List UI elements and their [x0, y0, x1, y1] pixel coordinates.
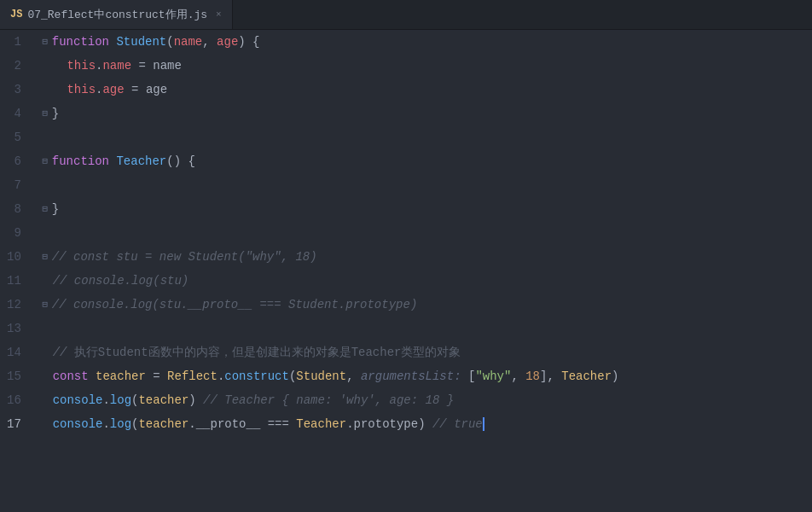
line-number-1: 1 — [0, 30, 35, 54]
token-comment: // Teacher { name: 'why', age: 18 } — [203, 388, 454, 412]
token-punc: ( — [289, 364, 296, 388]
token-punc: [ — [468, 364, 475, 388]
line-number-8: 8 — [0, 197, 35, 221]
line-number-9: 9 — [0, 221, 35, 245]
token-comment: // true — [432, 412, 483, 436]
token-hint: argumentsList: — [361, 364, 468, 388]
token-punc: } — [52, 197, 59, 221]
line-numbers: 1234567891011121314151617 — [0, 30, 35, 512]
code-line-13 — [38, 317, 812, 340]
tab-bar: JS 07_Reflect中construct作用.js × — [0, 0, 812, 30]
code-line-11: // console.log(stu) — [38, 269, 812, 293]
token-punc: . — [102, 412, 109, 436]
code-line-5 — [38, 125, 812, 149]
token-punc — [38, 54, 67, 78]
token-param: name — [174, 30, 203, 54]
line-number-2: 2 — [0, 54, 35, 78]
token-fn: Student — [116, 30, 166, 54]
line-number-13: 13 — [0, 317, 35, 340]
token-comment: // const stu = new Student("why", 18) — [52, 245, 317, 269]
code-content[interactable]: ⊟function Student(name, age) { this.name… — [35, 30, 812, 512]
token-punc: } — [52, 102, 59, 125]
token-var-name: teacher — [138, 412, 188, 436]
token-punc: . — [102, 388, 109, 412]
token-comment: // console.log(stu.__proto__ === Student… — [52, 293, 417, 317]
line-number-10: 10 — [0, 245, 35, 269]
token-fold: ⊟ — [38, 293, 52, 317]
token-method: log — [110, 388, 131, 412]
token-punc: age — [146, 78, 167, 102]
js-file-icon: JS — [10, 9, 22, 20]
code-line-14: // 执行Student函数中的内容，但是创建出来的对象是Teacher类型的对… — [38, 340, 812, 364]
token-reflect: Reflect — [167, 364, 218, 388]
token-punc — [109, 149, 116, 173]
line-number-14: 14 — [0, 340, 35, 364]
token-punc — [38, 340, 53, 364]
line-number-12: 12 — [0, 293, 35, 317]
token-prop: age — [102, 78, 124, 102]
token-fold: ⊟ — [38, 102, 52, 125]
token-class-name: Teacher — [296, 412, 346, 436]
token-class-name: Teacher — [561, 364, 612, 388]
line-number-16: 16 — [0, 388, 35, 412]
code-line-3: this.age = age — [38, 78, 812, 102]
code-editor: 1234567891011121314151617 ⊟function Stud… — [0, 30, 812, 512]
token-comment: // console.log(stu) — [53, 269, 189, 293]
token-punc: , — [511, 364, 525, 388]
token-punc — [89, 364, 96, 388]
token-method: construct — [224, 364, 289, 388]
token-comment: // — [53, 340, 67, 364]
token-punc: ) { — [238, 30, 259, 54]
code-line-12: ⊟// console.log(stu.__proto__ === Studen… — [38, 293, 812, 317]
line-number-15: 15 — [0, 364, 35, 388]
tab-label: 07_Reflect中construct作用.js — [27, 7, 207, 22]
code-line-1: ⊟function Student(name, age) { — [38, 30, 812, 54]
token-str: "why" — [475, 364, 511, 388]
active-tab[interactable]: JS 07_Reflect中construct作用.js × — [0, 0, 233, 29]
token-punc: , — [202, 30, 217, 54]
code-line-2: this.name = name — [38, 54, 812, 78]
token-prop: name — [102, 54, 131, 78]
token-punc: ( — [131, 412, 138, 436]
token-punc: . — [96, 54, 102, 78]
line-number-4: 4 — [0, 102, 35, 125]
token-punc — [38, 388, 53, 412]
token-punc: ( — [166, 30, 173, 54]
code-line-16: console.log(teacher) // Teacher { name: … — [38, 388, 812, 412]
token-punc — [38, 269, 53, 293]
token-punc: . — [96, 78, 102, 102]
token-punc: . — [218, 364, 224, 388]
line-number-6: 6 — [0, 149, 35, 173]
token-var-name: teacher — [96, 364, 146, 388]
line-number-7: 7 — [0, 173, 35, 197]
token-punc: () { — [166, 149, 195, 173]
token-punc: , — [346, 364, 361, 388]
token-kw: function — [52, 30, 109, 54]
token-punc: .prototype) — [346, 412, 432, 436]
token-class-name: Student — [296, 364, 346, 388]
token-punc — [38, 364, 53, 388]
token-punc — [38, 78, 67, 102]
token-this-kw: this — [67, 78, 96, 102]
token-fn: Teacher — [116, 149, 166, 173]
token-punc: name — [153, 54, 182, 78]
code-line-8: ⊟} — [38, 197, 812, 221]
token-fold: ⊟ — [38, 245, 52, 269]
token-method: console — [53, 412, 103, 436]
line-number-5: 5 — [0, 125, 35, 149]
token-param: age — [217, 30, 238, 54]
token-punc — [109, 30, 116, 54]
code-line-15: const teacher = Reflect.construct(Studen… — [38, 364, 812, 388]
line-number-11: 11 — [0, 269, 35, 293]
token-punc: ( — [131, 388, 138, 412]
token-punc: ) — [188, 388, 203, 412]
token-method: console — [53, 388, 103, 412]
token-var-name: teacher — [138, 388, 188, 412]
token-punc: = — [125, 78, 146, 102]
token-punc: = — [146, 364, 167, 388]
tab-close-button[interactable]: × — [216, 9, 222, 20]
token-punc: ], — [540, 364, 561, 388]
code-line-17: console.log(teacher.__proto__ === Teache… — [38, 412, 812, 436]
code-line-7 — [38, 173, 812, 197]
token-punc — [38, 412, 53, 436]
